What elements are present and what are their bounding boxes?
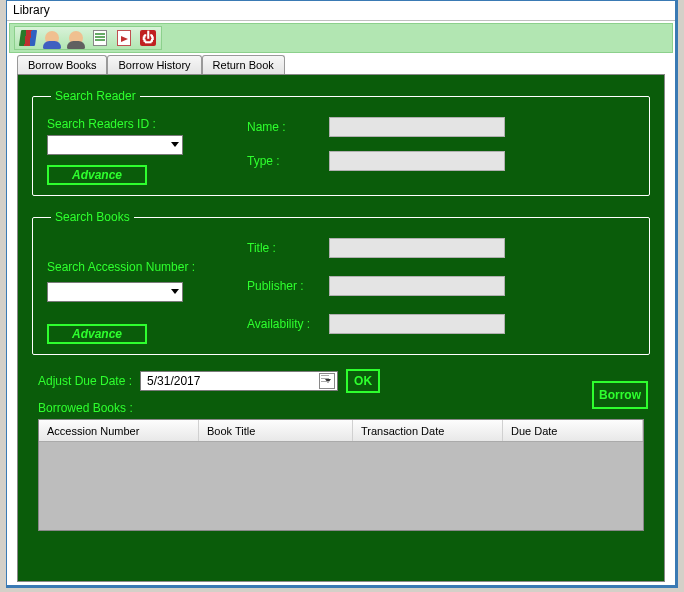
window-titlebar: Library (7, 1, 675, 21)
book-availability-label: Availability : (247, 317, 329, 331)
borrowed-books-label: Borrowed Books : (38, 401, 650, 415)
accession-combo[interactable] (47, 282, 183, 302)
books-advance-button[interactable]: Advance (47, 324, 147, 344)
reader-id-combo[interactable] (47, 135, 183, 155)
borrow-books-panel: Search Reader Search Readers ID : Advanc… (17, 74, 665, 582)
search-books-group: Search Books Search Accession Number : A… (32, 210, 650, 355)
window-title: Library (13, 3, 50, 17)
due-date-picker[interactable]: 5/31/2017 (140, 371, 338, 391)
due-date-value: 5/31/2017 (147, 374, 200, 388)
book-publisher-field (329, 276, 505, 296)
col-due-date[interactable]: Due Date (503, 420, 643, 441)
reader-type-field (329, 151, 505, 171)
col-book-title[interactable]: Book Title (199, 420, 353, 441)
reader-type-label: Type : (247, 154, 329, 168)
power-icon[interactable]: ⏻ (137, 28, 159, 48)
borrow-button[interactable]: Borrow (592, 381, 648, 409)
reader-id-label: Search Readers ID : (47, 117, 247, 131)
grid-header: Accession Number Book Title Transaction … (39, 420, 643, 442)
staff-icon[interactable] (65, 28, 87, 48)
reader-advance-button[interactable]: Advance (47, 165, 147, 185)
tab-borrow-books[interactable]: Borrow Books (17, 55, 107, 74)
search-reader-group: Search Reader Search Readers ID : Advanc… (32, 89, 650, 196)
search-books-legend: Search Books (51, 210, 134, 224)
exit-icon[interactable] (113, 28, 135, 48)
book-title-label: Title : (247, 241, 329, 255)
library-window: Library ⏻ Borrow Books Borrow History Re… (6, 0, 678, 588)
toolbar: ⏻ (9, 23, 673, 53)
books-icon[interactable] (17, 28, 39, 48)
col-transaction-date[interactable]: Transaction Date (353, 420, 503, 441)
reader-icon[interactable] (41, 28, 63, 48)
tab-return-book[interactable]: Return Book (202, 55, 285, 74)
reader-name-label: Name : (247, 120, 329, 134)
col-accession[interactable]: Accession Number (39, 420, 199, 441)
ok-button[interactable]: OK (346, 369, 380, 393)
accession-label: Search Accession Number : (47, 260, 247, 274)
reader-name-field (329, 117, 505, 137)
book-availability-field (329, 314, 505, 334)
tab-borrow-history[interactable]: Borrow History (107, 55, 201, 74)
book-title-field (329, 238, 505, 258)
adjust-due-label: Adjust Due Date : (38, 374, 132, 388)
report-icon[interactable] (89, 28, 111, 48)
calendar-icon[interactable] (319, 373, 335, 389)
tab-strip: Borrow Books Borrow History Return Book (17, 55, 673, 74)
borrowed-books-grid[interactable]: Accession Number Book Title Transaction … (38, 419, 644, 531)
search-reader-legend: Search Reader (51, 89, 140, 103)
toolbar-inner: ⏻ (14, 26, 162, 50)
book-publisher-label: Publisher : (247, 279, 329, 293)
